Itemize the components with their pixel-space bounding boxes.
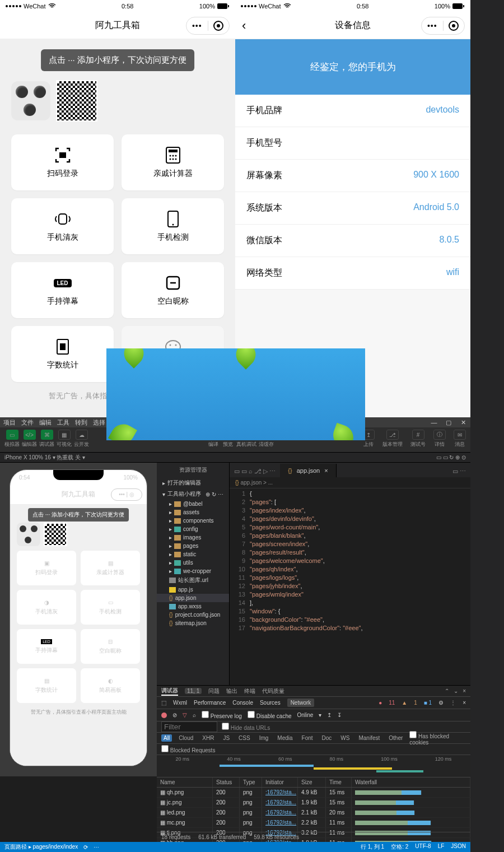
download-icon[interactable]: ↧	[337, 712, 342, 718]
chevron-down-icon[interactable]: ⌄	[454, 688, 458, 694]
svg-rect-21	[452, 3, 463, 9]
ide-subbar[interactable]: iPhone X 100% 16 ▾ 热重载 关 ▾▭ ▭ ↻ ⊕ ⊙	[0, 453, 470, 463]
ad-overlay[interactable]	[106, 348, 365, 440]
tree-item[interactable]: ▸components	[157, 516, 229, 525]
search-icon[interactable]: ⌕	[193, 712, 196, 718]
miniprogram-capsule[interactable]: •••	[186, 17, 230, 35]
version-button[interactable]: ⎇	[386, 430, 399, 440]
tree-item[interactable]: app.js	[157, 585, 229, 594]
sim-card[interactable]: ◐简易画板	[81, 668, 140, 703]
inspect-icon[interactable]: ⬚	[161, 700, 166, 706]
chevron-up-icon[interactable]: ⌃	[445, 688, 449, 694]
status-bar: WeChat 0:58 100%	[0, 0, 235, 12]
network-toolbar[interactable]: ⊘ ▽ ⌕ Preserve log Disable cache Online▾…	[157, 709, 470, 721]
qr-code	[56, 80, 97, 122]
tree-item[interactable]: ▸@babel	[157, 500, 229, 508]
tree-item[interactable]: ▸static	[157, 550, 229, 558]
clear-icon[interactable]: ⊘	[172, 712, 177, 718]
tool-card-scan[interactable]: 扫码登录	[11, 134, 114, 190]
dt-top-tabs[interactable]: 调试器11, 1 问题输出终端代码质量 ⌃⌄×	[157, 686, 470, 697]
upload-icon[interactable]: ↥	[327, 712, 332, 718]
status-bar: WeChat 0:58 100%	[235, 0, 470, 12]
blocked-cookies-checkbox[interactable]: Has blocked cookies	[409, 731, 466, 746]
tree-item[interactable]: ▸images	[157, 533, 229, 542]
page-title-bar: 阿九工具箱 •••	[0, 12, 235, 39]
sim-card[interactable]: ▭手机检测	[81, 590, 140, 625]
svg-point-10	[175, 159, 176, 160]
tree-item[interactable]: ▸we-cropper	[157, 567, 229, 575]
cloud-button[interactable]: ☁	[76, 430, 88, 440]
svg-rect-1	[228, 5, 229, 7]
tree-item[interactable]: {}sitemap.json	[157, 619, 229, 627]
editor-tabs[interactable]: ▭ ▭ ⌕ ⎇ ▷ ⋯ {}app.json× ▭ ⋯	[230, 463, 470, 477]
network-footer: 18 requests61.6 kB transferred59.8 kB re…	[157, 832, 470, 842]
tool-card-detect[interactable]: 手机检测	[122, 198, 224, 254]
tree-item[interactable]: ▸assets	[157, 508, 229, 516]
tool-card-clean[interactable]: 手机清灰	[11, 198, 114, 254]
filter-icon[interactable]: ▽	[183, 712, 187, 718]
network-row[interactable]: ▦ jc.png200png:16792/sta...1.9 kB15 ms	[157, 798, 470, 808]
ide-statusbar[interactable]: 页面路径 ▸ pages/index/index⟳⋯ 行 1, 列 1空格: 2…	[0, 842, 470, 852]
test-button[interactable]: #	[412, 430, 424, 440]
led-icon: LED	[53, 274, 73, 292]
tree-item[interactable]: 站长图库.url	[157, 575, 229, 585]
back-icon[interactable]: ‹	[242, 18, 246, 33]
svg-point-19	[169, 344, 171, 346]
tree-item[interactable]: ▸utils	[157, 558, 229, 567]
add-hint-tooltip: 点击 ··· 添加小程序，下次访问更方便	[41, 49, 194, 71]
dt-sub-tabs[interactable]: ⬚ WxmlPerformanceConsoleSourcesNetwork ●…	[157, 697, 470, 709]
visual-button[interactable]: ▦	[58, 430, 71, 440]
info-row: 屏幕像素900 X 1600	[235, 160, 470, 192]
tool-card-count[interactable]: 字数统计	[11, 326, 114, 382]
tree-item[interactable]: ▸config	[157, 525, 229, 533]
tab-close-icon[interactable]: ×	[324, 467, 328, 474]
capsule-menu-icon[interactable]: •••	[186, 21, 208, 30]
capsule-close-icon[interactable]	[444, 21, 465, 31]
more-icon[interactable]: ⋮	[450, 700, 456, 706]
network-row[interactable]: ▦ qh.png200png:16792/sta...4.9 kB15 ms	[157, 788, 470, 798]
sim-card[interactable]: ▤亲戚计算器	[81, 551, 140, 585]
network-row[interactable]: ▦ led.png200png:16792/sta...2.1 kB20 ms	[157, 808, 470, 818]
svg-rect-0	[217, 3, 227, 9]
breadcrumb[interactable]: {} app.json > ...	[230, 477, 470, 488]
blocked-req-checkbox[interactable]: Blocked Requests	[161, 745, 215, 753]
network-table-header[interactable]: NameStatusTypeInitiatorSizeTimeWaterfall	[157, 777, 470, 788]
window-controls[interactable]: —▢✕	[427, 419, 470, 426]
msg-button[interactable]: ✉	[454, 430, 466, 440]
debugger-button[interactable]: ⌘	[41, 430, 53, 440]
filter-input[interactable]	[161, 721, 217, 732]
type-filter[interactable]: All CloudXHRJSCSSImgMediaFontDocWSManife…	[157, 733, 470, 744]
record-icon[interactable]	[161, 713, 167, 718]
disable-cache-checkbox[interactable]: Disable cache	[248, 711, 292, 719]
editor-tab[interactable]: {}app.json×	[280, 464, 336, 477]
info-row: 手机型号	[235, 127, 470, 160]
network-row[interactable]: ▦ mc.png200png:16792/sta...2.2 kB11 ms	[157, 818, 470, 828]
close-icon[interactable]: ×	[463, 688, 466, 694]
timeline[interactable]: 20 ms40 ms60 ms80 ms100 ms120 ms	[157, 755, 470, 777]
sim-card[interactable]: ▣扫码登录	[17, 551, 76, 585]
tree-item[interactable]: {}app.json	[157, 594, 229, 602]
svg-point-13	[172, 224, 174, 226]
sim-card[interactable]: ⊟空白昵称	[81, 629, 140, 664]
capsule-close-icon[interactable]	[208, 21, 230, 31]
throttle-select[interactable]: Online	[297, 712, 314, 718]
preserve-log-checkbox[interactable]: Preserve log	[202, 711, 242, 719]
miniprogram-capsule[interactable]: •••	[421, 17, 465, 35]
simulator-button[interactable]: ▭	[6, 430, 18, 440]
gear-icon[interactable]: ⚙	[438, 700, 444, 706]
sim-card[interactable]: LED手持弹幕	[17, 629, 76, 664]
tree-item[interactable]: ▸pages	[157, 542, 229, 550]
close-icon[interactable]: ×	[463, 700, 466, 706]
tool-card-blank[interactable]: 空白昵称	[122, 262, 224, 318]
tree-item[interactable]: app.wxss	[157, 602, 229, 611]
tool-card-calc[interactable]: 亲戚计算器	[122, 134, 224, 190]
sim-card[interactable]: ▤字数统计	[17, 668, 76, 703]
sim-card[interactable]: ◑手机清灰	[17, 590, 76, 625]
tree-item[interactable]: {}project.config.json	[157, 611, 229, 619]
minimize-icon: —	[427, 419, 441, 426]
tool-card-led[interactable]: LED手持弹幕	[11, 262, 114, 318]
capsule-menu-icon[interactable]: •••	[422, 21, 443, 30]
details-button[interactable]: ⓘ	[433, 430, 446, 440]
hide-urls-checkbox[interactable]: Hide data URLs	[222, 723, 270, 731]
editor-button[interactable]: </>	[24, 430, 36, 440]
